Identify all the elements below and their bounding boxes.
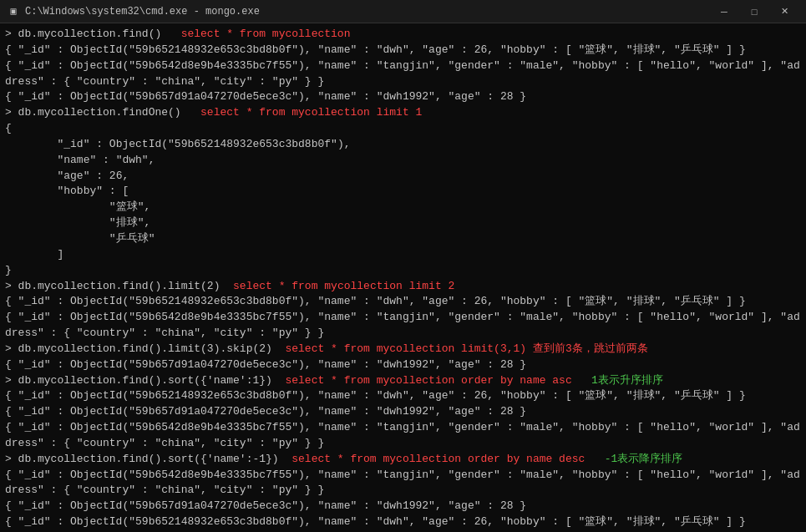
- terminal-line: "排球",: [5, 215, 801, 231]
- terminal-line: { "_id" : ObjectId("59b657d91a047270de5e…: [5, 404, 801, 420]
- terminal-line: > db.mycollection.find() select * from m…: [5, 27, 801, 43]
- terminal-line: { "_id" : ObjectId("59b652148932e653c3bd…: [5, 388, 801, 404]
- terminal-line: > db.mycollection.findOne() select * fro…: [5, 105, 801, 121]
- terminal-line: { "_id" : ObjectId("59b6542d8e9b4e3335bc…: [5, 468, 801, 499]
- terminal-line: "age" : 26,: [5, 169, 801, 185]
- terminal-line: "name" : "dwh",: [5, 153, 801, 169]
- terminal-line: "乒乓球": [5, 231, 801, 247]
- titlebar-title: C:\Windows\system32\cmd.exe - mongo.exe: [25, 6, 260, 18]
- terminal-line: }: [5, 263, 801, 279]
- terminal: > db.mycollection.find() select * from m…: [0, 23, 806, 532]
- terminal-line: ]: [5, 247, 801, 263]
- maximize-button[interactable]: □: [739, 0, 769, 23]
- terminal-line: "hobby" : [: [5, 184, 801, 200]
- terminal-line: "篮球",: [5, 200, 801, 215]
- terminal-line: > db.mycollection.find().limit(2) select…: [5, 279, 801, 295]
- titlebar-left: ▣ C:\Windows\system32\cmd.exe - mongo.ex…: [7, 5, 260, 18]
- titlebar-controls[interactable]: ─ □ ✕: [709, 0, 799, 23]
- terminal-line: { "_id" : ObjectId("59b657d91a047270de5e…: [5, 89, 801, 105]
- terminal-line: { "_id" : ObjectId("59b6542d8e9b4e3335bc…: [5, 58, 801, 90]
- close-button[interactable]: ✕: [769, 0, 799, 23]
- terminal-line: { "_id" : ObjectId("59b657d91a047270de5e…: [5, 357, 801, 373]
- terminal-line: > db.mycollection.find().sort({'name':1}…: [5, 373, 801, 389]
- terminal-line: > db.mycollection.find().limit(3).skip(2…: [5, 342, 801, 357]
- cmd-icon: ▣: [7, 5, 20, 18]
- terminal-line: { "_id" : ObjectId("59b652148932e653c3bd…: [5, 294, 801, 310]
- terminal-line: { "_id" : ObjectId("59b6542d8e9b4e3335bc…: [5, 310, 801, 342]
- terminal-line: { "_id" : ObjectId("59b657d91a047270de5e…: [5, 499, 801, 514]
- minimize-button[interactable]: ─: [709, 0, 739, 23]
- terminal-line: > db.mycollection.find().sort({'name':-1…: [5, 452, 801, 468]
- terminal-line: "_id" : ObjectId("59b652148932e653c3bd8b…: [5, 137, 801, 153]
- terminal-line: { "_id" : ObjectId("59b6542d8e9b4e3335bc…: [5, 420, 801, 452]
- terminal-line: {: [5, 121, 801, 137]
- terminal-line: { "_id" : ObjectId("59b652148932e653c3bd…: [5, 514, 801, 530]
- terminal-line: { "_id" : ObjectId("59b652148932e653c3bd…: [5, 43, 801, 58]
- titlebar: ▣ C:\Windows\system32\cmd.exe - mongo.ex…: [0, 0, 806, 23]
